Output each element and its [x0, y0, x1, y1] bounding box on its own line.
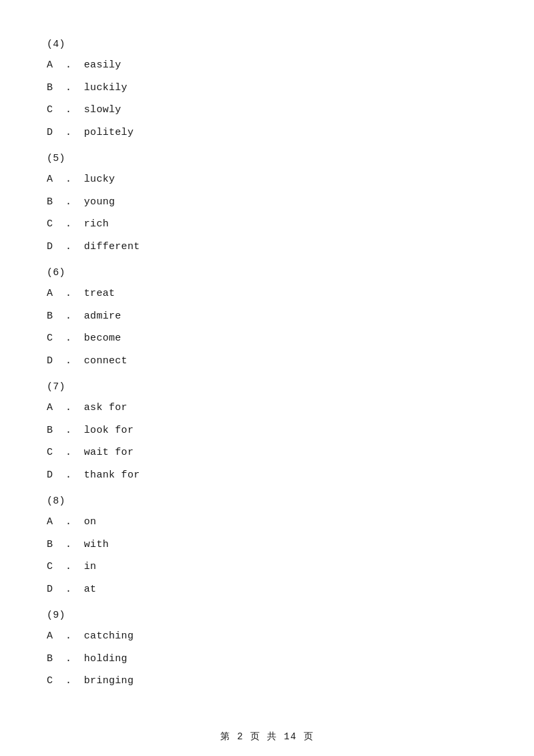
option-q4-b[interactable]: B . luckily	[47, 79, 487, 97]
option-q8-d[interactable]: D . at	[47, 581, 487, 598]
option-q9-b[interactable]: B . holding	[47, 650, 487, 668]
option-q6-b[interactable]: B . admire	[47, 308, 487, 325]
page-content: (4)A . easilyB . luckilyC . slowlyD . po…	[0, 0, 534, 735]
option-q8-c[interactable]: C . in	[47, 558, 487, 576]
question-number-q9: (9)	[47, 610, 487, 621]
question-number-q8: (8)	[47, 496, 487, 507]
option-q8-a[interactable]: A . on	[47, 514, 487, 531]
option-q5-d[interactable]: D . different	[47, 238, 487, 256]
page-footer: 第 2 页 共 14 页	[0, 731, 534, 743]
option-q4-d[interactable]: D . politely	[47, 124, 487, 142]
option-q4-a[interactable]: A . easily	[47, 57, 487, 74]
option-q9-c[interactable]: C . bringing	[47, 673, 487, 690]
option-q5-c[interactable]: C . rich	[47, 216, 487, 233]
option-q7-c[interactable]: C . wait for	[47, 444, 487, 461]
option-q7-d[interactable]: D . thank for	[47, 467, 487, 484]
question-number-q5: (5)	[47, 153, 487, 164]
option-q9-a[interactable]: A . catching	[47, 628, 487, 645]
option-q8-b[interactable]: B . with	[47, 536, 487, 554]
question-number-q6: (6)	[47, 267, 487, 278]
option-q6-c[interactable]: C . become	[47, 330, 487, 347]
option-q5-a[interactable]: A . lucky	[47, 171, 487, 188]
option-q5-b[interactable]: B . young	[47, 194, 487, 211]
question-number-q7: (7)	[47, 381, 487, 393]
option-q6-d[interactable]: D . connect	[47, 353, 487, 370]
option-q6-a[interactable]: A . treat	[47, 285, 487, 303]
footer-text: 第 2 页 共 14 页	[220, 731, 314, 742]
question-number-q4: (4)	[47, 39, 487, 50]
option-q7-b[interactable]: B . look for	[47, 422, 487, 439]
option-q4-c[interactable]: C . slowly	[47, 102, 487, 119]
option-q7-a[interactable]: A . ask for	[47, 399, 487, 417]
